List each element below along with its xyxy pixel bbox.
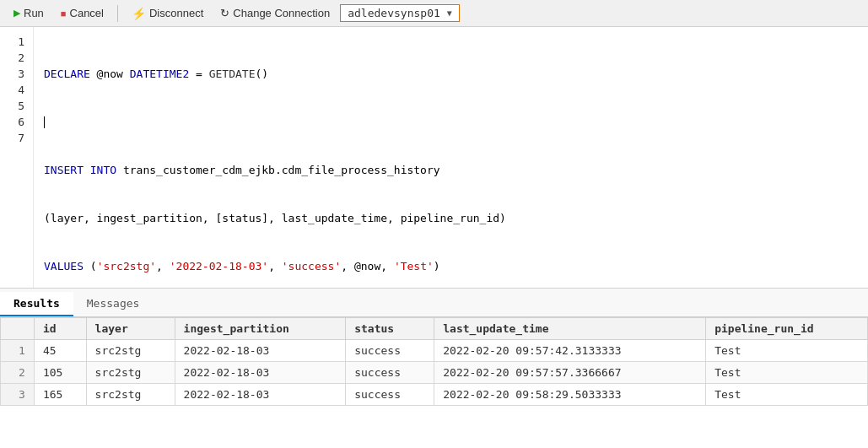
table-row: 2 105 src2stg 2022-02-18-03 success 2022… xyxy=(1,362,868,384)
results-panel: Results Messages id layer ingest_partiti… xyxy=(0,289,868,406)
editor-content[interactable]: DECLARE @now DATETIME2 = GETDATE() ​ INS… xyxy=(34,27,868,288)
change-connection-icon: ↻ xyxy=(220,7,229,19)
cell-id: 105 xyxy=(34,362,86,384)
cell-last-update-time: 2022-02-20 09:57:57.3366667 xyxy=(434,362,706,384)
cell-status: success xyxy=(346,340,434,362)
cell-ingest-partition: 2022-02-18-03 xyxy=(175,384,346,406)
line-num-6: 6 xyxy=(0,114,33,130)
table-row: 3 165 src2stg 2022-02-18-03 success 2022… xyxy=(1,384,868,406)
run-label: Run xyxy=(24,7,44,19)
code-line-1: DECLARE @now DATETIME2 = GETDATE() xyxy=(44,66,858,82)
col-header-layer: layer xyxy=(86,318,175,340)
change-connection-button[interactable]: ↻ Change Connection xyxy=(213,5,337,21)
cell-ingest-partition: 2022-02-18-03 xyxy=(175,340,346,362)
cell-pipeline-run-id: Test xyxy=(706,384,868,406)
disconnect-label: Disconnect xyxy=(149,7,203,19)
connection-dropdown[interactable]: adledevsynsp01 ▼ xyxy=(340,4,460,22)
cancel-label: Cancel xyxy=(70,7,104,19)
code-line-2: ​ xyxy=(44,114,858,130)
cell-ingest-partition: 2022-02-18-03 xyxy=(175,362,346,384)
line-num-3: 3 xyxy=(0,66,33,82)
col-header-status: status xyxy=(346,318,434,340)
cell-status: success xyxy=(346,384,434,406)
cell-rownum: 3 xyxy=(1,384,35,406)
line-num-2: 2 xyxy=(0,50,33,66)
col-header-pipeline-run-id: pipeline_run_id xyxy=(706,318,868,340)
cancel-button[interactable]: ■ Cancel xyxy=(54,5,111,21)
tab-messages[interactable]: Messages xyxy=(73,292,154,316)
table-header-row: id layer ingest_partition status last_up… xyxy=(1,318,868,340)
toolbar-separator xyxy=(117,5,118,22)
chevron-down-icon: ▼ xyxy=(447,8,452,18)
col-header-rownum xyxy=(1,318,35,340)
cell-layer: src2stg xyxy=(86,362,175,384)
cell-layer: src2stg xyxy=(86,384,175,406)
toolbar: ▶ Run ■ Cancel ⚡ Disconnect ↻ Change Con… xyxy=(0,0,868,27)
cell-rownum: 1 xyxy=(1,340,35,362)
cell-status: success xyxy=(346,362,434,384)
cell-pipeline-run-id: Test xyxy=(706,340,868,362)
col-header-ingest-partition: ingest_partition xyxy=(175,318,346,340)
tab-results[interactable]: Results xyxy=(0,292,73,316)
code-line-3: INSERT INTO trans_customer_cdm_ejkb.cdm_… xyxy=(44,162,858,178)
results-tabs: Results Messages xyxy=(0,289,868,317)
code-line-4: (layer, ingest_partition, [status], last… xyxy=(44,210,858,226)
cell-rownum: 2 xyxy=(1,362,35,384)
connection-name: adledevsynsp01 xyxy=(348,7,440,19)
line-num-4: 4 xyxy=(0,82,33,98)
col-header-last-update-time: last_update_time xyxy=(434,318,706,340)
cell-last-update-time: 2022-02-20 09:57:42.3133333 xyxy=(434,340,706,362)
results-table: id layer ingest_partition status last_up… xyxy=(0,317,868,406)
cell-layer: src2stg xyxy=(86,340,175,362)
disconnect-icon: ⚡ xyxy=(132,7,146,20)
line-num-1: 1 xyxy=(0,34,33,50)
cancel-icon: ■ xyxy=(61,8,67,19)
cell-last-update-time: 2022-02-20 09:58:29.5033333 xyxy=(434,384,706,406)
code-line-5: VALUES ('src2stg', '2022-02-18-03', 'suc… xyxy=(44,258,858,274)
line-num-5: 5 xyxy=(0,98,33,114)
col-header-id: id xyxy=(34,318,86,340)
change-connection-label: Change Connection xyxy=(233,7,330,19)
cell-id: 45 xyxy=(34,340,86,362)
editor-container: 1 2 3 4 5 6 7 DECLARE @now DATETIME2 = G… xyxy=(0,27,868,289)
line-num-7: 7 xyxy=(0,130,33,146)
results-table-container[interactable]: id layer ingest_partition status last_up… xyxy=(0,317,868,406)
cell-id: 165 xyxy=(34,384,86,406)
run-button[interactable]: ▶ Run xyxy=(7,5,51,21)
table-row: 1 45 src2stg 2022-02-18-03 success 2022-… xyxy=(1,340,868,362)
line-numbers: 1 2 3 4 5 6 7 xyxy=(0,27,34,288)
run-icon: ▶ xyxy=(13,8,20,19)
cell-pipeline-run-id: Test xyxy=(706,362,868,384)
disconnect-button[interactable]: ⚡ Disconnect xyxy=(125,5,210,22)
